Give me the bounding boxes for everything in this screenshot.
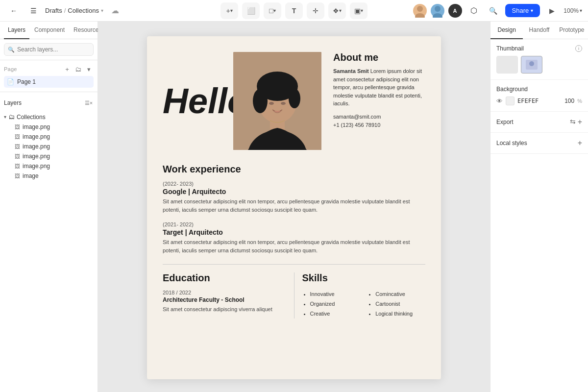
main-layout: Layers Component Resource 🔍 Page + 🗂 ▾ 📄 <box>0 22 588 392</box>
bg-opacity-value[interactable]: 100 <box>559 98 574 104</box>
edu-school: Architecture Faculty - School <box>163 296 286 303</box>
avatar-1[interactable] <box>413 4 427 18</box>
page-item-label: Page 1 <box>17 78 36 85</box>
zoom-chevron-icon: ▾ <box>580 8 582 13</box>
collapse-layers-button[interactable]: ☰× <box>84 98 94 108</box>
breadcrumb-chevron-icon[interactable]: ▾ <box>101 8 103 13</box>
text-tool-button[interactable]: T <box>287 4 301 18</box>
work-year-2: (2021- 2022) <box>163 221 425 227</box>
svg-point-9 <box>253 89 268 113</box>
skill-1: Innovative <box>310 290 360 299</box>
tab-component[interactable]: Component <box>30 22 69 39</box>
breadcrumb-drafts: Drafts <box>45 7 62 14</box>
layer-item-6[interactable]: 🖼 image <box>0 171 98 181</box>
component-tool-button[interactable]: ❖ ▾ <box>330 4 344 18</box>
share-button[interactable]: Design Share ▾ <box>505 4 540 17</box>
page-item[interactable]: 📄 Page 1 <box>4 76 94 88</box>
shape-tool-group: □ ▾ <box>264 2 281 19</box>
layers-header: Layers ☰× <box>0 96 98 112</box>
right-panel-tabs: Design Handoff Prototype <box>490 22 588 39</box>
layer-image-icon-6: 🖼 <box>14 173 21 179</box>
work-company-1: Google | Arquitecto <box>163 188 425 196</box>
tab-design[interactable]: Design <box>490 22 523 39</box>
move-tool-button[interactable]: ✛ <box>308 4 323 18</box>
search-wrap: 🔍 <box>4 43 94 56</box>
about-phone: +1 (123) 456 78910 <box>333 121 425 130</box>
search-icon[interactable]: 🔍 <box>486 3 501 19</box>
play-button[interactable]: ▶ <box>544 3 560 19</box>
layer-item-4[interactable]: 🖼 image.png <box>0 151 98 161</box>
search-row: 🔍 <box>0 39 98 60</box>
zoom-control[interactable]: 100% ▾ <box>564 7 582 14</box>
layer-name-5: image.png <box>23 163 50 170</box>
layer-image-icon-4: 🖼 <box>14 153 21 159</box>
svg-point-11 <box>269 102 274 105</box>
collections-group[interactable]: ▾ 🗂 Collections <box>0 112 98 122</box>
layer-item-3[interactable]: 🖼 image.png <box>0 142 98 151</box>
svg-point-14 <box>529 61 534 66</box>
add-page-button[interactable]: + <box>62 64 72 74</box>
menu-button[interactable]: ☰ <box>25 3 41 19</box>
bg-color-swatch[interactable] <box>506 97 514 105</box>
skills-columns: Innovative Organized Creative Comincativ… <box>302 290 426 318</box>
background-section: Background 👁 EFEFEF 100 % <box>490 80 588 112</box>
education-col: Education 2018 / 2022 Architecture Facul… <box>163 272 294 318</box>
tab-layers[interactable]: Layers <box>4 22 29 39</box>
export-add-button[interactable]: + <box>578 118 582 126</box>
export-settings-icon[interactable]: ⇆ <box>570 118 576 126</box>
layer-name-6: image <box>23 172 39 179</box>
thumbnail-box-2[interactable] <box>521 56 542 74</box>
layer-item-2[interactable]: 🖼 image.png <box>0 132 98 142</box>
canvas[interactable]: Hello, <box>98 22 490 392</box>
shape-tool-button[interactable]: □ ▾ <box>265 4 280 18</box>
about-contact: samanta@smit.com +1 (123) 456 78910 <box>333 113 425 130</box>
local-styles-add-button[interactable]: + <box>578 139 582 147</box>
work-item-2: (2021- 2022) Target | Arquitecto Sit ame… <box>163 221 425 254</box>
resume-card: Hello, <box>147 36 441 379</box>
thumbnail-info-icon[interactable]: i <box>575 45 582 52</box>
share-label: Share <box>512 7 529 14</box>
layer-name-3: image.png <box>23 143 50 150</box>
divider <box>163 264 425 265</box>
device-tool-button[interactable]: ▣ ▾ <box>351 4 366 18</box>
layer-item-1[interactable]: 🖼 image.png <box>0 122 98 132</box>
avatar-3[interactable]: A <box>448 4 462 18</box>
skills-list-2: Comincative Cartoonist Logical thinking <box>368 290 425 318</box>
tab-prototype[interactable]: Prototype <box>556 22 588 39</box>
edu-desc: Sit amet consectetur adipiscing viverra … <box>163 305 286 314</box>
community-icon[interactable]: ⬡ <box>466 3 482 19</box>
frame-tool-button[interactable]: ⬜ <box>244 4 258 18</box>
layer-image-icon-2: 🖼 <box>14 134 21 140</box>
page-folder-button[interactable]: 🗂 <box>73 64 83 74</box>
edu-years: 2018 / 2022 <box>163 290 286 295</box>
avatar-2[interactable] <box>431 4 444 18</box>
back-button[interactable]: ← <box>6 3 22 19</box>
resume-bottom: Education 2018 / 2022 Architecture Facul… <box>163 272 425 318</box>
add-tool-button[interactable]: + ▾ <box>222 4 237 18</box>
svg-point-1 <box>415 13 425 18</box>
svg-point-2 <box>435 6 441 12</box>
skill-2: Organized <box>310 299 360 309</box>
breadcrumb[interactable]: Drafts / Collections ▾ <box>45 7 103 14</box>
search-input[interactable] <box>4 43 94 56</box>
thumbnail-box-1[interactable] <box>496 56 518 74</box>
device-tool-group: ▣ ▾ <box>350 2 368 19</box>
breadcrumb-collections[interactable]: Collections <box>68 7 99 14</box>
education-title: Education <box>163 272 286 284</box>
share-chevron-icon: ▾ <box>531 8 533 13</box>
skill-5: Cartoonist <box>375 299 425 309</box>
bg-color-value[interactable]: EFEFEF <box>517 98 556 104</box>
cloud-icon[interactable]: ☁ <box>107 3 123 19</box>
resume-hello: Hello, <box>163 52 221 150</box>
zoom-level: 100% <box>564 7 579 14</box>
layer-item-5[interactable]: 🖼 image.png <box>0 161 98 171</box>
page-more-button[interactable]: ▾ <box>84 64 94 74</box>
right-panel: Design Handoff Prototype Thumbnail i Bac… <box>490 22 588 392</box>
svg-point-10 <box>289 89 300 108</box>
tab-handoff[interactable]: Handoff <box>523 22 555 39</box>
eye-icon[interactable]: 👁 <box>496 98 503 105</box>
background-header: Background <box>496 86 582 93</box>
work-item-1: (2022- 2023) Google | Arquitecto Sit ame… <box>163 181 425 214</box>
text-tool-group: T <box>285 2 303 19</box>
work-title: Work experience <box>163 164 425 175</box>
